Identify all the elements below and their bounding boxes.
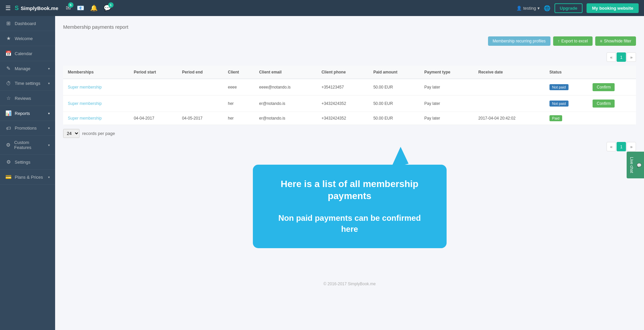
export-excel-button[interactable]: ↑ Export to excel	[553, 36, 593, 46]
menu-icon[interactable]: ☰	[5, 4, 11, 12]
manage-icon: ✎	[5, 65, 11, 71]
sidebar-item-plans-prices[interactable]: 💳 Plans & Prices ▾	[0, 170, 55, 185]
col-client-phone: Client phone	[317, 66, 368, 79]
cell-client-email: er@notando.is	[255, 112, 317, 125]
sidebar-item-reports[interactable]: 📊 Reports ▾	[0, 106, 55, 121]
show-hide-filter-button[interactable]: ≡ Show/hide filter	[595, 36, 636, 46]
sidebar-item-label: Reports	[15, 111, 30, 116]
my-booking-button[interactable]: My booking website	[587, 3, 639, 13]
callout-box: Here is a list of all membership payment…	[253, 165, 447, 248]
table-row: Super membership her er@notando.is +3432…	[63, 96, 636, 112]
sidebar-item-manage[interactable]: ✎ Manage ▾	[0, 61, 55, 76]
table-row: Super membership eeee eeee@notando.is +3…	[63, 79, 636, 96]
promotions-arrow: ▾	[48, 126, 50, 130]
cell-client-email: eeee@notando.is	[255, 79, 317, 96]
filter-icon: ≡	[600, 39, 602, 43]
status-badge: Not paid	[549, 101, 569, 107]
chat-badge: 1	[108, 2, 114, 8]
custom-features-icon: ⚙	[5, 142, 11, 148]
sidebar-item-custom-features[interactable]: ⚙ Custom Features ▾	[0, 136, 55, 155]
cell-client-email: er@notando.is	[255, 96, 317, 112]
live-chat-label: Live chat	[629, 157, 634, 173]
membership-payments-table: Memberships Period start Period end Clie…	[63, 66, 636, 125]
cell-client-phone: +354123457	[317, 79, 368, 96]
topnav: ☰ SSimplyBook.me ✉ 5 📧 🔔 💬 1 👤 testing ▾…	[0, 0, 644, 16]
plans-prices-arrow: ▾	[48, 175, 50, 179]
action-bar: Membership recurring profiles ↑ Export t…	[63, 36, 636, 46]
sidebar-item-label: Manage	[15, 66, 30, 71]
cell-period-start: 04-04-2017	[129, 112, 177, 125]
table-row: Super membership 04-04-2017 04-05-2017 h…	[63, 112, 636, 125]
sidebar-item-calendar[interactable]: 📅 Calendar	[0, 46, 55, 61]
sidebar-item-label: Settings	[15, 160, 30, 165]
upgrade-button[interactable]: Upgrade	[554, 3, 583, 13]
export-label: Export to excel	[561, 39, 588, 43]
sidebar-item-welcome[interactable]: ★ Welcome	[0, 31, 55, 46]
globe-icon[interactable]: 🌐	[544, 5, 550, 11]
current-page-button[interactable]: 1	[617, 52, 626, 62]
recurring-profiles-button[interactable]: Membership recurring profiles	[488, 36, 550, 46]
col-action	[588, 66, 636, 79]
col-status: Status	[545, 66, 588, 79]
cell-client: eeee	[223, 79, 255, 96]
live-chat-button[interactable]: 💬 Live chat	[627, 152, 644, 178]
reports-arrow: ▾	[48, 112, 50, 115]
prev-page-bottom-button[interactable]: «	[607, 142, 616, 151]
prev-page-button[interactable]: «	[607, 52, 616, 62]
cell-membership: Super membership	[63, 96, 129, 112]
cell-paid-amount: 50.00 EUR	[369, 112, 420, 125]
confirm-button[interactable]: Confirm	[593, 100, 615, 108]
export-icon: ↑	[558, 39, 560, 43]
cell-status: Not paid	[545, 79, 588, 96]
membership-link[interactable]: Super membership	[68, 101, 102, 106]
membership-link[interactable]: Super membership	[68, 116, 102, 121]
calendar-icon: 📅	[5, 50, 11, 56]
cell-payment-type: Pay later	[420, 79, 474, 96]
sidebar-item-label: Time settings	[15, 81, 40, 86]
promotions-icon: 🏷	[5, 125, 11, 131]
sidebar-item-dashboard[interactable]: ⊞ Dashboard	[0, 16, 55, 31]
current-page-bottom-button[interactable]: 1	[617, 142, 626, 151]
topnav-right: 👤 testing ▾ 🌐 Upgrade My booking website	[516, 3, 639, 13]
col-period-end: Period end	[177, 66, 223, 79]
sidebar-item-label: Custom Features	[14, 140, 45, 150]
membership-link[interactable]: Super membership	[68, 85, 102, 90]
records-per-page-bar: 12 24 48 96 records per page	[63, 125, 636, 142]
welcome-icon: ★	[5, 35, 11, 41]
col-memberships: Memberships	[63, 66, 129, 79]
col-client-email: Client email	[255, 66, 317, 79]
logo: SSimplyBook.me	[15, 5, 58, 12]
records-per-page-select[interactable]: 12 24 48 96	[63, 129, 79, 138]
col-receive-date: Receive date	[474, 66, 545, 79]
confirm-button[interactable]: Confirm	[593, 83, 615, 91]
email-icon-btn[interactable]: 📧	[77, 4, 84, 12]
cell-membership: Super membership	[63, 112, 129, 125]
cell-client-phone: +3432424352	[317, 96, 368, 112]
bell-icon-btn[interactable]: 🔔	[90, 4, 98, 12]
cell-receive-date: 2017-04-04 20:42:02	[474, 112, 545, 125]
col-period-start: Period start	[129, 66, 177, 79]
plans-prices-icon: 💳	[5, 174, 11, 180]
pagination-top: « 1 »	[63, 52, 636, 62]
messages-badge: 5	[68, 2, 73, 8]
user-info[interactable]: 👤 testing ▾	[516, 6, 539, 11]
callout-title: Here is a list of all membership payment…	[273, 178, 427, 202]
sidebar-item-settings[interactable]: ⚙ Settings	[0, 155, 55, 170]
chat-icon-btn[interactable]: 💬 1	[104, 4, 111, 12]
sidebar-item-label: Welcome	[15, 36, 33, 41]
sidebar-item-time-settings[interactable]: ⏱ Time settings ▾	[0, 76, 55, 91]
next-page-bottom-button[interactable]: »	[627, 142, 636, 151]
messages-icon-btn[interactable]: ✉ 5	[66, 4, 71, 12]
sidebar-item-promotions[interactable]: 🏷 Promotions ▾	[0, 121, 55, 136]
logo-s: S	[15, 5, 19, 12]
cell-status: Paid	[545, 112, 588, 125]
logo-text: SimplyBook.me	[21, 5, 58, 11]
sidebar-item-reviews[interactable]: ☆ Reviews	[0, 91, 55, 106]
cell-payment-type: Pay later	[420, 96, 474, 112]
status-badge: Paid	[549, 115, 562, 121]
next-page-button[interactable]: »	[627, 52, 636, 62]
confirm-cell: Confirm	[588, 96, 636, 112]
cell-receive-date	[474, 96, 545, 112]
footer: © 2016-2017 SimplyBook.me	[63, 275, 636, 293]
custom-features-arrow: ▾	[48, 143, 50, 147]
